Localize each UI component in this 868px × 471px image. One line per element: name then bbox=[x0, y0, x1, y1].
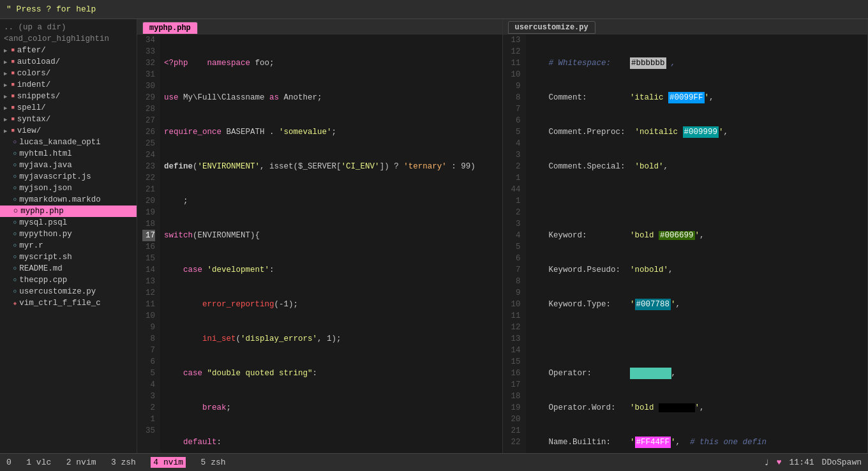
sidebar-label: autoload/ bbox=[17, 57, 61, 66]
file-icon: ○ bbox=[13, 265, 17, 272]
sidebar-dir[interactable]: <and_color_highlightin bbox=[0, 33, 137, 45]
sidebar-label: indent/ bbox=[17, 80, 51, 89]
sidebar-item-myjava[interactable]: ○ myjava.java bbox=[0, 160, 137, 171]
sidebar-item-mypython[interactable]: ○ mypython.py bbox=[0, 228, 137, 240]
sidebar-item-myjson[interactable]: ○ myjson.json bbox=[0, 183, 137, 194]
right-tab-usercustomize[interactable]: usercustomize.py bbox=[508, 21, 595, 34]
indent-icon bbox=[4, 277, 11, 283]
sidebar-item-after[interactable]: ▶ ■ after/ bbox=[0, 45, 137, 56]
sidebar-label: view/ bbox=[17, 126, 41, 135]
sidebar-item-view[interactable]: ▶ ■ view/ bbox=[0, 125, 137, 137]
sidebar-breadcrumb[interactable]: .. (up a dir) bbox=[0, 22, 137, 33]
indent-icon bbox=[4, 243, 11, 249]
sidebar-label: myr.r bbox=[19, 241, 43, 250]
statusbar-tabs: 0 1 vlc 2 nvim 3 zsh 4 nvim 5 zsh bbox=[6, 458, 226, 467]
sidebar-item-mymarkdown[interactable]: ○ mymarkdown.markdo bbox=[0, 194, 137, 206]
triangle-icon: ▶ bbox=[4, 93, 7, 100]
sidebar-label: myjavascript.js bbox=[19, 172, 91, 181]
file-icon: ○ bbox=[13, 220, 17, 226]
sidebar-item-spell[interactable]: ▶ ■ spell/ bbox=[0, 102, 137, 114]
sidebar-item-readme[interactable]: ○ README.md bbox=[0, 263, 137, 274]
file-icon: ○ bbox=[13, 254, 17, 260]
topbar: " Press ? for help bbox=[0, 0, 868, 19]
sidebar-item-myjavascript[interactable]: ○ myjavascript.js bbox=[0, 171, 137, 183]
triangle-icon: ▶ bbox=[4, 116, 7, 123]
file-icon: ○ bbox=[13, 197, 17, 203]
sidebar-label: myhtml.html bbox=[19, 149, 72, 158]
file-icon: ○ bbox=[13, 277, 17, 283]
indent-icon bbox=[4, 288, 11, 295]
sidebar-label: myphp.php bbox=[20, 207, 64, 216]
sidebar-label: mymarkdown.markdo bbox=[19, 195, 101, 204]
sidebar-label: usercustomize.py bbox=[19, 287, 96, 296]
sidebar-label: after/ bbox=[17, 46, 46, 55]
indent-icon bbox=[4, 300, 11, 306]
tab-5[interactable]: 5 zsh bbox=[201, 458, 226, 467]
folder-icon: ■ bbox=[11, 59, 14, 65]
sidebar-item-lucas[interactable]: ○ lucas_kanade_opti bbox=[0, 137, 137, 148]
sidebar-item-myhtml[interactable]: ○ myhtml.html bbox=[0, 148, 137, 160]
folder-icon: ■ bbox=[11, 93, 14, 100]
sidebar-item-mysql[interactable]: ○ mysql.psql bbox=[0, 217, 137, 228]
indent-icon bbox=[4, 185, 11, 191]
file-icon: ◈ bbox=[13, 300, 17, 307]
sidebar-item-indent[interactable]: ▶ ■ indent/ bbox=[0, 79, 137, 91]
tab-3[interactable]: 3 zsh bbox=[111, 458, 136, 467]
sidebar-label: spell/ bbox=[17, 103, 46, 112]
sidebar: .. (up a dir) <and_color_highlightin ▶ ■… bbox=[0, 19, 137, 453]
session-label: DDoSpawn bbox=[822, 458, 862, 467]
right-code-content: 131211109 87654 321441 23456 7891011 121… bbox=[503, 34, 868, 453]
sidebar-label: myjava.java bbox=[19, 161, 72, 170]
folder-icon: ■ bbox=[11, 116, 14, 123]
main-area: .. (up a dir) <and_color_highlightin ▶ ■… bbox=[0, 19, 868, 453]
topbar-text: " Press ? for help bbox=[6, 4, 96, 14]
sidebar-item-usercustomize[interactable]: ○ usercustomize.py bbox=[0, 286, 137, 297]
sidebar-label: vim_ctrl_f_file_c bbox=[19, 299, 101, 308]
file-icon: ○ bbox=[13, 231, 17, 237]
triangle-icon: ▶ bbox=[4, 47, 7, 54]
file-icon: ○ bbox=[13, 243, 17, 249]
sidebar-label: mysql.psql bbox=[19, 218, 67, 227]
left-code-content: 3433323130 2928272625 2423222120 1918171… bbox=[137, 34, 502, 453]
sidebar-label: snippets/ bbox=[17, 92, 61, 101]
sidebar-item-myscript[interactable]: ○ myscript.sh bbox=[0, 251, 137, 263]
indent-icon bbox=[4, 162, 11, 168]
sidebar-item-vim[interactable]: ◈ vim_ctrl_f_file_c bbox=[0, 297, 137, 309]
indent-icon bbox=[4, 231, 11, 237]
tab-0[interactable]: 0 bbox=[6, 458, 11, 467]
sidebar-item-thecpp[interactable]: ○ thecpp.cpp bbox=[0, 274, 137, 286]
sidebar-item-autoload[interactable]: ▶ ■ autoload/ bbox=[0, 56, 137, 68]
left-code-panel: myphp.php 3433323130 2928272625 24232221… bbox=[137, 19, 503, 453]
left-line-numbers: 3433323130 2928272625 2423222120 1918171… bbox=[137, 34, 160, 453]
tab-2[interactable]: 2 nvim bbox=[66, 458, 96, 467]
left-tab-myphp[interactable]: myphp.php bbox=[142, 22, 198, 34]
tab-4[interactable]: 4 nvim bbox=[151, 457, 186, 468]
triangle-icon: ▶ bbox=[4, 105, 7, 112]
folder-icon: ■ bbox=[11, 70, 14, 77]
folder-icon: ■ bbox=[11, 128, 14, 134]
sidebar-item-myr[interactable]: ○ myr.r bbox=[0, 240, 137, 251]
indent-icon bbox=[4, 208, 11, 214]
sidebar-item-syntax[interactable]: ▶ ■ syntax/ bbox=[0, 114, 137, 125]
sidebar-label: syntax/ bbox=[17, 115, 51, 124]
sidebar-item-snippets[interactable]: ▶ ■ snippets/ bbox=[0, 91, 137, 102]
file-icon: ○ bbox=[13, 139, 17, 146]
right-tabbar: usercustomize.py bbox=[503, 19, 868, 34]
left-code-lines: <?php namespace foo; use My\Full\Classna… bbox=[160, 34, 502, 453]
file-icon: ○ bbox=[13, 207, 19, 216]
indent-icon bbox=[4, 265, 11, 272]
folder-icon: ■ bbox=[11, 82, 14, 88]
sidebar-label: mypython.py bbox=[19, 230, 72, 239]
tab-1[interactable]: 1 vlc bbox=[26, 458, 51, 467]
sidebar-item-colors[interactable]: ▶ ■ colors/ bbox=[0, 68, 137, 79]
statusbar-right: ♩ ♥ 11:41 DDoSpawn bbox=[764, 458, 862, 468]
indent-icon bbox=[4, 197, 11, 203]
right-code-panel: usercustomize.py 131211109 87654 321441 … bbox=[503, 19, 869, 453]
indent-icon bbox=[4, 151, 11, 157]
heart-icon: ♥ bbox=[777, 458, 782, 467]
sidebar-label: myscript.sh bbox=[19, 253, 72, 262]
sidebar-label: README.md bbox=[19, 264, 63, 273]
sidebar-label: myjson.json bbox=[19, 184, 72, 193]
sidebar-item-myphp[interactable]: ○ myphp.php bbox=[0, 206, 137, 217]
triangle-icon: ▶ bbox=[4, 70, 7, 77]
